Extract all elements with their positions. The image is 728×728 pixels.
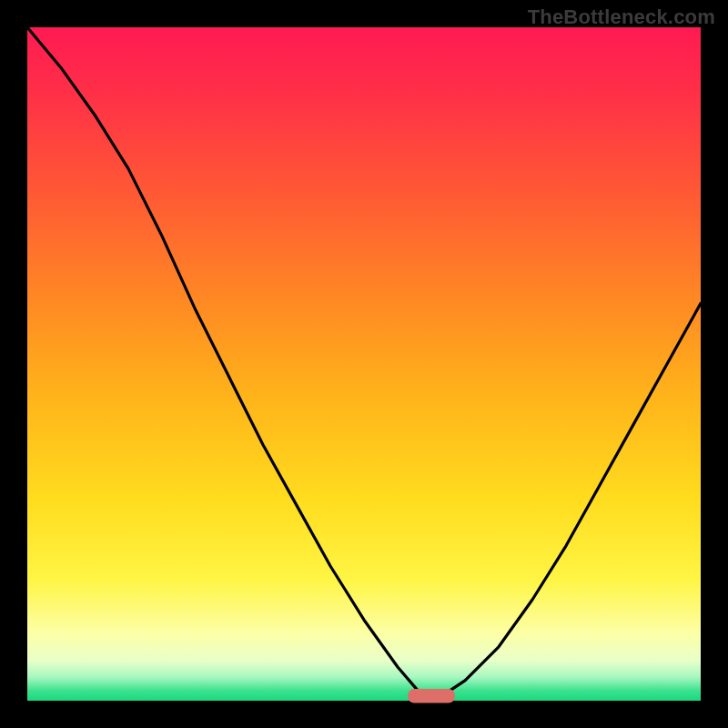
optimal-marker — [408, 689, 455, 703]
bottleneck-chart — [0, 0, 728, 728]
plot-background — [27, 27, 701, 701]
chart-container: TheBottleneck.com — [0, 0, 728, 728]
watermark-text: TheBottleneck.com — [528, 5, 715, 29]
